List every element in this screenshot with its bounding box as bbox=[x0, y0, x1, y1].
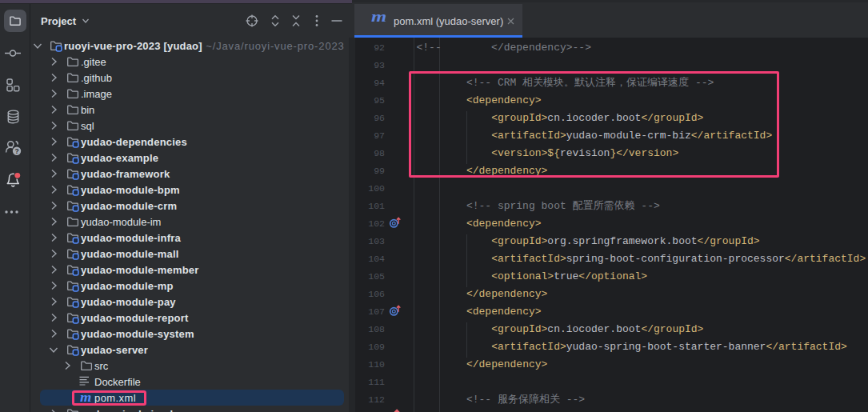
svg-text:?: ? bbox=[14, 147, 18, 155]
